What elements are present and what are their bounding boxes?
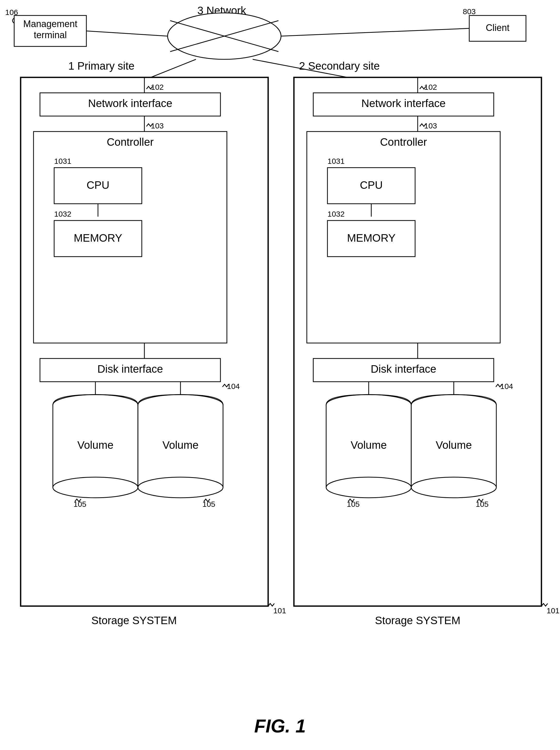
secondary-memory-label: MEMORY: [347, 232, 396, 244]
secondary-volume2-label: Volume: [436, 439, 472, 451]
management-terminal-label2: terminal: [34, 29, 67, 40]
management-terminal-ref: 106: [5, 8, 18, 17]
primary-ni-ref: 102: [151, 83, 164, 91]
secondary-disk-interface-label: Disk interface: [371, 363, 436, 375]
secondary-cpu-ref: 1031: [327, 157, 345, 165]
secondary-system-label: Storage SYSTEM: [375, 614, 460, 627]
primary-volume2-label: Volume: [162, 439, 199, 451]
primary-memory-ref: 1032: [54, 210, 72, 218]
primary-memory-label: MEMORY: [74, 232, 122, 244]
client-label: Client: [486, 22, 509, 33]
primary-volume2-bottom: [138, 477, 223, 498]
primary-disk-interface-label: Disk interface: [98, 363, 163, 375]
secondary-volume1-label: Volume: [351, 439, 387, 451]
primary-system-ref: 101: [273, 606, 286, 615]
primary-site-label: 1 Primary site: [68, 60, 135, 72]
secondary-controller-ref-line: 103: [424, 121, 437, 130]
figure-title: FIG. 1: [254, 716, 306, 736]
secondary-ni-ref: 102: [424, 83, 437, 91]
primary-volume1-label: Volume: [77, 439, 114, 451]
primary-network-interface-label: Network interface: [88, 97, 173, 110]
primary-controller-label: Controller: [107, 136, 154, 148]
svg-line-3: [86, 31, 167, 36]
management-terminal-label: Management: [23, 19, 77, 29]
primary-cpu-ref: 1031: [54, 157, 72, 165]
secondary-volume1-bottom: [326, 477, 411, 498]
secondary-controller-label: Controller: [380, 136, 427, 148]
primary-volume1-bottom: [53, 477, 138, 498]
primary-cpu-label: CPU: [87, 179, 109, 191]
secondary-network-interface-label: Network interface: [361, 97, 446, 110]
secondary-cpu-label: CPU: [360, 179, 383, 191]
client-ref: 803: [463, 7, 476, 16]
primary-disk-ref: 104: [227, 382, 240, 391]
secondary-volume2-bottom: [411, 477, 496, 498]
primary-controller-ref-line: 103: [151, 121, 164, 130]
secondary-system-ref: 1011: [546, 606, 560, 615]
secondary-disk-ref: 104: [500, 382, 513, 391]
secondary-memory-ref: 1032: [327, 210, 345, 218]
primary-system-label: Storage SYSTEM: [91, 614, 177, 627]
diagram: text { font-family: Arial, sans-serif; }…: [0, 0, 560, 750]
svg-line-4: [281, 28, 469, 36]
